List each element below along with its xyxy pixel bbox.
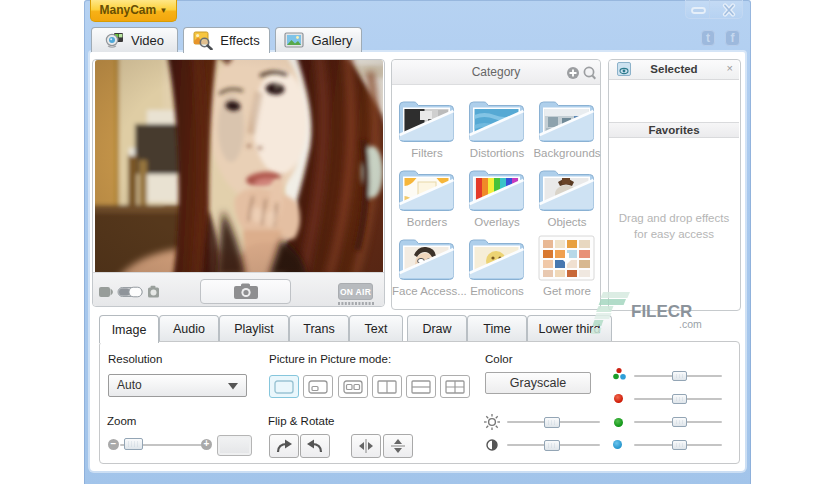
svg-text:.com: .com xyxy=(679,318,702,330)
